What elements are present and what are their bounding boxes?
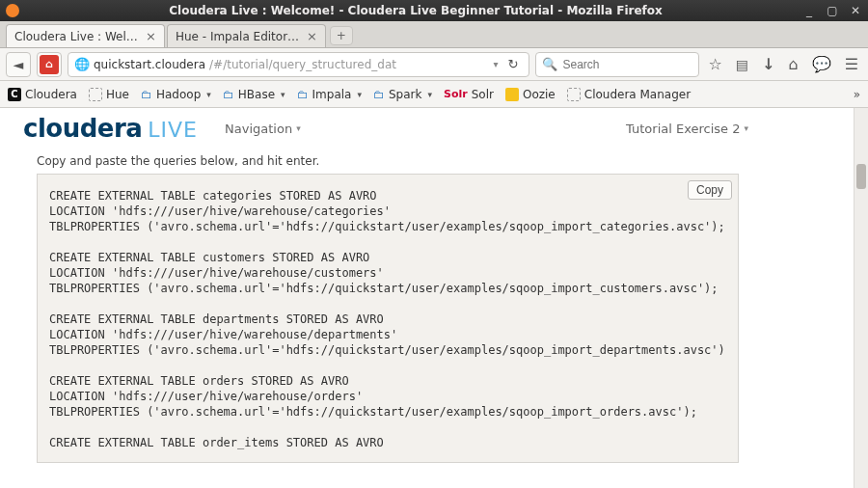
placeholder-icon [567,88,581,101]
oozie-icon [505,88,519,101]
browser-tab[interactable]: Hue - Impala Editor - Qu… × [167,24,326,47]
tab-label: Cloudera Live : Welcom… [14,30,140,43]
firefox-icon [6,4,19,17]
chevron-down-icon: ▾ [206,90,211,99]
page-viewport: cloudera LIVE Navigation ▾ Tutorial Exer… [0,108,868,488]
folder-icon: 🗀 [141,88,152,101]
chevron-down-icon: ▾ [427,90,432,99]
chevron-down-icon: ▾ [296,123,301,133]
page-header: cloudera LIVE Navigation ▾ Tutorial Exer… [10,108,762,147]
downloads-icon[interactable]: ↓ [762,55,774,73]
home-button[interactable]: ⌂ [789,55,799,73]
copy-button[interactable]: Copy [688,180,732,200]
chat-icon[interactable]: 💬 [812,55,831,73]
sql-code[interactable]: CREATE EXTERNAL TABLE categories STORED … [49,188,726,450]
solr-icon: Solr [444,88,468,100]
new-tab-button[interactable]: + [330,26,353,45]
bookmarks-toolbar: CCloudera Hue 🗀Hadoop▾ 🗀HBase▾ 🗀Impala▾ … [0,81,868,108]
chevron-down-icon: ▾ [744,123,748,133]
os-titlebar: Cloudera Live : Welcome! - Cloudera Live… [0,0,868,21]
hamburger-menu-button[interactable]: ☰ [845,55,858,73]
scrollbar-thumb[interactable] [856,164,866,189]
tab-label: Hue - Impala Editor - Qu… [176,30,301,43]
back-button[interactable]: ◄ [6,52,31,77]
url-host: quickstart.cloudera [94,58,205,71]
window-maximize-button[interactable]: ▢ [826,4,839,17]
window-close-button[interactable]: ✕ [849,4,862,17]
folder-icon: 🗀 [373,88,385,101]
bookmark-folder-spark[interactable]: 🗀Spark▾ [373,88,432,101]
globe-icon: 🌐 [74,57,90,71]
reload-button[interactable]: ↻ [504,57,523,71]
window-minimize-button[interactable]: _ [802,4,816,17]
bookmark-hue[interactable]: Hue [89,88,129,101]
bookmark-solr[interactable]: SolrSolr [444,88,494,101]
chevron-down-icon: ▾ [281,90,285,99]
cloudera-icon: C [8,88,21,101]
browser-navbar: ◄ ⌂ 🌐 quickstart.cloudera/#/tutorial/que… [0,48,868,81]
chevron-down-icon: ▾ [357,90,362,99]
url-path: /#/tutorial/query_structured_dat [209,58,488,71]
bookmarks-overflow-button[interactable]: » [854,88,860,101]
browser-tab-active[interactable]: Cloudera Live : Welcom… × [6,24,165,47]
navigation-dropdown[interactable]: Navigation ▾ [225,122,301,136]
bookmark-folder-hbase[interactable]: 🗀HBase▾ [223,88,285,101]
site-identity-button[interactable]: ⌂ [37,52,62,77]
brand-word: cloudera [23,114,142,143]
browser-tabstrip: Cloudera Live : Welcom… × Hue - Impala E… [0,21,868,48]
placeholder-icon [89,88,102,101]
brand-live: LIVE [148,118,198,142]
browser-search[interactable]: 🔍 [535,52,699,77]
reader-icon[interactable]: ▤ [736,57,748,72]
bookmark-cloudera-manager[interactable]: Cloudera Manager [567,88,691,101]
bookmark-star-icon[interactable]: ☆ [709,55,722,73]
bookmark-oozie[interactable]: Oozie [505,88,556,101]
cloudera-live-logo[interactable]: cloudera LIVE [23,114,198,143]
close-tab-icon[interactable]: × [307,29,317,43]
page-scrollbar[interactable] [854,108,868,488]
folder-icon: 🗀 [223,88,234,101]
instruction-text: Copy and paste the queries below, and hi… [10,147,762,174]
window-title: Cloudera Live : Welcome! - Cloudera Live… [29,4,802,17]
url-dropdown-icon[interactable]: ▾ [492,59,501,69]
search-input[interactable] [563,58,692,71]
bookmark-folder-impala[interactable]: 🗀Impala▾ [297,88,362,101]
bookmark-cloudera[interactable]: CCloudera [8,88,77,101]
close-tab-icon[interactable]: × [146,29,156,43]
search-icon: 🔍 [542,57,557,71]
folder-icon: 🗀 [297,88,309,101]
site-badge-icon: ⌂ [40,55,59,74]
bookmark-folder-hadoop[interactable]: 🗀Hadoop▾ [141,88,211,101]
tutorial-exercise-dropdown[interactable]: Tutorial Exercise 2 ▾ [626,122,748,136]
url-bar[interactable]: 🌐 quickstart.cloudera/#/tutorial/query_s… [68,52,529,77]
code-block: Copy CREATE EXTERNAL TABLE categories ST… [37,174,739,463]
